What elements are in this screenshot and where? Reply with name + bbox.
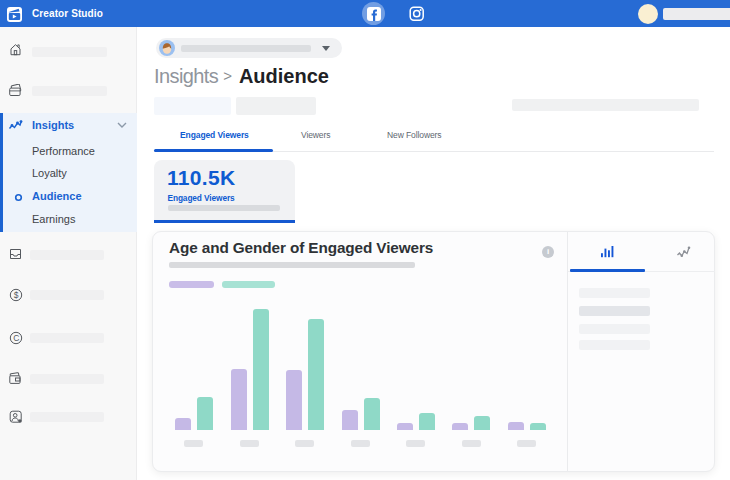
svg-text:$: $ — [14, 290, 19, 300]
svg-text:C: C — [13, 333, 19, 343]
